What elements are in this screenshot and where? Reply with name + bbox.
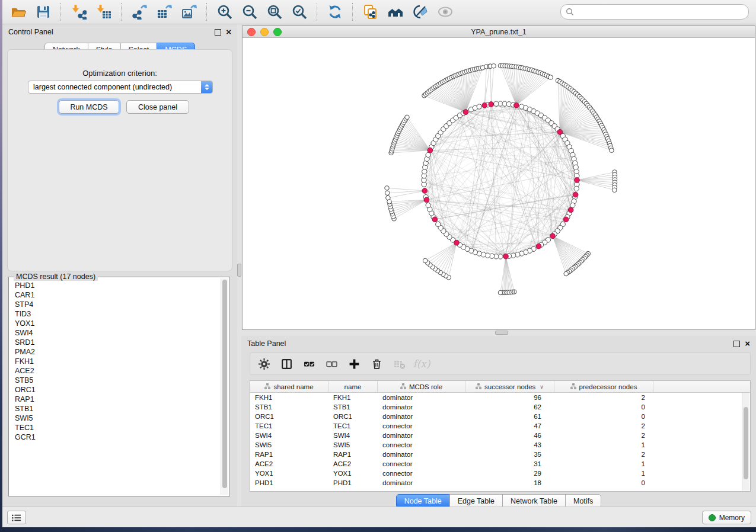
import-network-icon[interactable]: [70, 3, 88, 21]
graph-hub-node[interactable]: [432, 217, 438, 222]
table-row[interactable]: STB1STB1dominator620: [250, 402, 750, 412]
graph-leaf-node[interactable]: [492, 64, 496, 69]
column-header-shared-name[interactable]: shared name: [250, 381, 328, 392]
vertical-splitter-handle[interactable]: [237, 264, 241, 277]
import-table-icon[interactable]: [95, 3, 113, 21]
panel-list-button[interactable]: [7, 511, 26, 524]
mcds-result-item[interactable]: PMA2: [10, 347, 220, 357]
close-panel-button[interactable]: Close panel: [126, 100, 189, 114]
mcds-result-item[interactable]: SRD1: [10, 338, 220, 347]
refresh-icon[interactable]: [326, 3, 344, 21]
graph-node[interactable]: [477, 104, 481, 109]
export-table-icon[interactable]: [155, 3, 173, 21]
mcds-result-item[interactable]: ORC1: [10, 385, 220, 395]
graph-hub-node[interactable]: [463, 110, 468, 115]
column-header-predecessor-nodes[interactable]: predecessor nodes: [554, 381, 653, 392]
zoom-selected-icon[interactable]: [291, 3, 308, 21]
graph-hub-node[interactable]: [422, 188, 428, 194]
export-image-icon[interactable]: [180, 3, 198, 21]
zoom-in-icon[interactable]: [216, 3, 234, 21]
graph-hub-node[interactable]: [424, 197, 429, 203]
table-mode-icon[interactable]: [256, 356, 272, 371]
graph-hub-node[interactable]: [482, 102, 487, 108]
table-scrollbar-thumb[interactable]: [744, 407, 748, 479]
select-all-icon[interactable]: [301, 356, 317, 371]
vertical-splitter[interactable]: [237, 24, 241, 507]
first-neighbors-icon[interactable]: [387, 3, 404, 21]
graph-leaf-node[interactable]: [548, 75, 553, 80]
table-scrollbar[interactable]: [742, 393, 749, 491]
delete-column-icon[interactable]: [369, 356, 384, 371]
mcds-result-item[interactable]: CAR1: [10, 290, 220, 300]
graph-leaf-node[interactable]: [423, 258, 428, 263]
mcds-result-item[interactable]: YOX1: [10, 319, 220, 328]
table-row[interactable]: SWI4SWI4dominator462: [250, 431, 750, 440]
float-panel-icon[interactable]: [215, 29, 221, 36]
table-row[interactable]: ORC1ORC1dominator610: [250, 412, 750, 421]
graph-leaf-node[interactable]: [610, 148, 614, 153]
zoom-out-icon[interactable]: [241, 3, 259, 21]
export-network-icon[interactable]: [130, 3, 148, 21]
graph-hub-node[interactable]: [428, 148, 433, 153]
graph-hub-node[interactable]: [563, 217, 569, 222]
graph-hub-node[interactable]: [557, 129, 563, 134]
horizontal-splitter-handle[interactable]: [495, 331, 508, 335]
graph-leaf-node[interactable]: [405, 115, 410, 120]
graph-hub-node[interactable]: [489, 102, 494, 107]
mcds-result-item[interactable]: TEC1: [10, 423, 220, 432]
mcds-result-item[interactable]: GCR1: [10, 432, 220, 442]
graph-leaf-node[interactable]: [385, 191, 390, 196]
show-columns-icon[interactable]: [279, 356, 294, 371]
table-row[interactable]: TEC1TEC1connector472: [250, 421, 750, 431]
graph-leaf-node[interactable]: [613, 188, 617, 193]
run-mcds-button[interactable]: Run MCDS: [59, 100, 119, 114]
open-session-icon[interactable]: [9, 3, 27, 21]
mcds-result-item[interactable]: SWI5: [10, 414, 220, 423]
graph-leaf-node[interactable]: [385, 186, 390, 191]
graph-leaf-node[interactable]: [387, 200, 392, 204]
graph-leaf-node[interactable]: [564, 271, 569, 276]
mcds-result-item[interactable]: PHD1: [10, 281, 220, 290]
mcds-result-item[interactable]: TID3: [10, 309, 220, 319]
network-canvas[interactable]: [243, 38, 755, 329]
graph-hub-node[interactable]: [503, 254, 509, 259]
graph-hub-node[interactable]: [573, 192, 578, 197]
graph-node[interactable]: [574, 186, 579, 191]
search-input[interactable]: [574, 7, 744, 17]
graph-hub-node[interactable]: [550, 233, 556, 239]
save-session-icon[interactable]: [34, 3, 52, 21]
hide-selected-icon[interactable]: [412, 3, 429, 21]
graph-hub-node[interactable]: [575, 178, 580, 183]
create-column-icon[interactable]: [346, 356, 362, 371]
graph-node[interactable]: [426, 152, 430, 157]
show-all-icon[interactable]: [436, 3, 454, 21]
column-header-MCDS-role[interactable]: MCDS role: [378, 381, 465, 392]
close-table-panel-icon[interactable]: ×: [745, 340, 750, 347]
mcds-result-item[interactable]: SWI4: [10, 328, 220, 338]
float-table-panel-icon[interactable]: [733, 341, 740, 347]
column-header-successor-nodes[interactable]: successor nodes∨: [465, 381, 554, 392]
table-row[interactable]: ACE2ACE2connector311: [250, 459, 750, 469]
clone-network-icon[interactable]: [362, 3, 379, 21]
horizontal-splitter[interactable]: [241, 330, 756, 336]
graph-hub-node[interactable]: [513, 102, 519, 108]
table-row[interactable]: PHD1PHD1dominator180: [250, 478, 750, 488]
mcds-result-item[interactable]: ACE2: [10, 366, 220, 376]
table-row[interactable]: SWI5SWI5connector431: [250, 440, 750, 450]
graph-node[interactable]: [570, 203, 575, 207]
zoom-fit-icon[interactable]: [266, 3, 283, 21]
mcds-result-item[interactable]: RAP1: [10, 395, 220, 404]
mcds-result-item[interactable]: STP4: [10, 300, 220, 309]
result-scrollbar[interactable]: [221, 278, 228, 495]
mcds-result-item[interactable]: FKH1: [10, 357, 220, 366]
criterion-select[interactable]: largest connected component (undirected): [28, 81, 213, 94]
table-row[interactable]: FKH1FKH1dominator962: [250, 393, 750, 402]
table-row[interactable]: RAP1RAP1dominator352: [250, 450, 750, 459]
column-header-name[interactable]: name: [328, 381, 378, 392]
graph-node[interactable]: [494, 101, 499, 106]
search-field[interactable]: [560, 4, 749, 20]
graph-hub-node[interactable]: [454, 240, 460, 245]
close-panel-icon[interactable]: ×: [226, 28, 231, 36]
graph-hub-node[interactable]: [536, 243, 541, 249]
graph-hub-node[interactable]: [568, 207, 573, 213]
